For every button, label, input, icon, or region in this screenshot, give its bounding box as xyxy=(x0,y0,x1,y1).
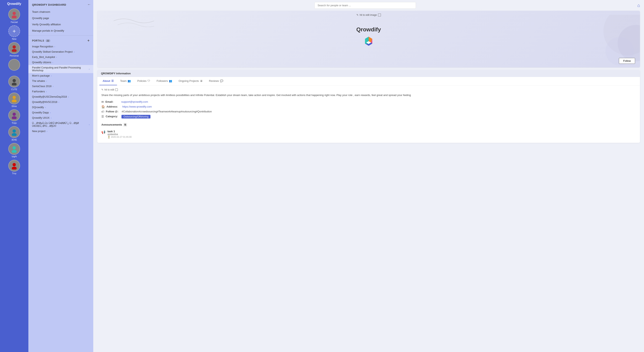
avatar-chrome[interactable] xyxy=(8,59,20,74)
announcement-title: task 1 xyxy=(108,130,132,133)
sidebar: QROWDIFY DASHBOARD ← Team chatroom Qrowd… xyxy=(28,0,93,352)
main-content: ⌂ ✎ hit to edit image Qrowdify xyxy=(93,0,644,352)
edit-hint-checkbox[interactable] xyxy=(116,89,118,91)
tab-ongoing-icon: 🖥 xyxy=(200,79,202,82)
banner-lines xyxy=(114,15,154,27)
sidebar-back-arrow[interactable]: ← xyxy=(87,2,91,7)
app-logo: Qrowdify xyxy=(7,2,21,6)
email-value[interactable]: support@qrowdify.com xyxy=(121,100,148,103)
top-bar: ⌂ xyxy=(93,0,644,11)
tab-reviews-label: Reviews xyxy=(209,79,219,82)
portal-item-nvsc[interactable]: Qrowdify@NVSC2018 ‹ xyxy=(28,99,93,105)
tab-about[interactable]: About ☰ xyxy=(99,77,117,85)
sidebar-menu-verify-affiliation[interactable]: Verify Qrowdify affiliation xyxy=(28,21,93,27)
email-row: ✉ Email: support@qrowdify.com xyxy=(102,100,636,104)
announcement-date: ⏳ 2020-02-27 01:45:00 xyxy=(108,136,132,138)
svg-point-14 xyxy=(12,163,16,166)
tab-policies[interactable]: Policies 🛡 xyxy=(134,77,153,85)
tab-ongoing-projects[interactable]: Ongoing Projects 🖥 xyxy=(176,77,206,85)
avatar-trejo[interactable]: Trejo xyxy=(8,109,20,124)
sidebar-menu-qrowdify-page[interactable]: Qrowdify page xyxy=(28,15,93,21)
category-icon: ☰ xyxy=(102,115,104,118)
sidebar-menu-team-chatroom[interactable]: Team chatroom xyxy=(28,9,93,15)
chevron-icon: ‹ xyxy=(45,106,46,109)
chevron-icon: ‹ xyxy=(50,111,51,114)
chevron-icon: ‹ xyxy=(56,56,57,58)
follow-tags: #Collaboration#crowdsourcing#Teamwork#te… xyxy=(122,110,212,113)
portal-item-moms-package[interactable]: Mom's package ‹ xyxy=(28,73,93,78)
portal-item-fairfunders[interactable]: Fairfunders ‹ xyxy=(28,89,93,94)
portal-item-whales[interactable]: The whales ‹ xyxy=(28,78,93,84)
chevron-icon: ‹ xyxy=(51,117,52,119)
home-icon[interactable]: ⌂ xyxy=(637,3,640,8)
portal-item-santa[interactable]: SantaClaus 2018 ‹ xyxy=(28,84,93,89)
portal-item-skillset[interactable]: Qrowdify Skillset Generation Project ‹ xyxy=(28,49,93,54)
portals-count: 22 xyxy=(46,39,50,42)
announcements-icon: ⎘ xyxy=(123,123,127,127)
portals-header: PORTALS 22 + xyxy=(28,37,93,44)
info-section: QROWDIFY Information About ☰ Team 👥 Poli… xyxy=(97,70,640,143)
avatar-farzad[interactable]: Farzad xyxy=(8,8,20,23)
follow-button[interactable]: Follow xyxy=(619,58,635,64)
avatar-trejo-label: Trejo xyxy=(12,122,17,124)
portal-item-autopilot[interactable]: Early_Bird_Autopilot ‹ xyxy=(28,54,93,60)
chevron-icon: ‹ xyxy=(51,75,52,77)
portal-item-new-project[interactable]: New project ‹ xyxy=(28,129,93,134)
edit-image-hint: ✎ hit to edit image xyxy=(356,13,381,16)
svg-point-8 xyxy=(12,113,16,116)
tab-reviews[interactable]: Reviews 💬 xyxy=(206,77,226,85)
avatar-cute[interactable]: CUTE xyxy=(8,76,20,91)
avatar-3d4e-label: 3D4E xyxy=(11,139,17,141)
portal-item-dapp[interactable]: Qrowdify Dapp ‹ xyxy=(28,110,93,115)
follow-at-label: Follow @: xyxy=(106,110,120,113)
avatar-3d4e[interactable]: 3D4E xyxy=(8,126,20,141)
search-input[interactable] xyxy=(314,2,416,9)
portal-item-parallel-computing[interactable]: Parallel Computing and Parallel Processi… xyxy=(28,65,93,73)
portal-item-usc[interactable]: Qrowdify@USCDemoDay2018 ‹ xyxy=(28,94,93,99)
about-description: Share the missing parts of your ambitiou… xyxy=(102,93,636,97)
portal-item-image-recognition[interactable]: Image Recognition ‹ xyxy=(28,44,93,49)
avatar-elina[interactable]: Elina xyxy=(8,93,20,107)
avatar-add-new[interactable]: + New xyxy=(8,25,20,40)
announcements-section: Announcements ⎘ 📢 task 1 asdasdsa ⏳ 2020… xyxy=(97,123,640,143)
chevron-icon: ‹ xyxy=(58,101,60,103)
avatar-elina-label: Elina xyxy=(12,105,17,107)
avatar-viqpi[interactable]: ViqPi xyxy=(8,143,20,158)
svg-point-9 xyxy=(12,116,17,119)
avatar-personal[interactable]: Personal xyxy=(8,42,20,57)
tab-followers-icon: 👥 xyxy=(169,79,172,82)
tab-team[interactable]: Team 👥 xyxy=(117,77,134,85)
tag-icon: 🏷 xyxy=(102,110,104,113)
svg-point-13 xyxy=(12,150,17,153)
edit-checkbox[interactable] xyxy=(378,13,381,16)
svg-point-2 xyxy=(12,45,16,49)
chevron-icon: ‹ xyxy=(68,96,69,98)
profile-banner: ✎ hit to edit image Qrowdify xyxy=(97,11,640,67)
address-value[interactable]: https://www.qrowdify.com xyxy=(122,105,152,108)
svg-point-10 xyxy=(12,129,16,133)
chevron-icon: ‹ xyxy=(54,45,55,48)
portal-item-citizens[interactable]: Qrowdify citizens ‹ xyxy=(28,60,93,65)
edit-image-label: hit to edit image xyxy=(360,13,377,16)
about-content: ✎ hit to edit Share the missing parts of… xyxy=(97,85,640,123)
portal-item-arabic[interactable]: Ù…Ø²ØµÙ„Ù± ÙŒÛ Ø²Ú¤ØØÙˆ¿ Ù…Ø§Ø Ù€ÛŒÙ„ Ø²… xyxy=(28,121,93,129)
announcement-date-value: 2020-02-27 01:45:00 xyxy=(111,136,132,138)
portals-add-icon[interactable]: + xyxy=(88,38,90,43)
edit-pencil-icon: ✎ xyxy=(356,13,358,16)
portal-item-dqrowdify[interactable]: DQrowdify ‹ xyxy=(28,105,93,110)
avatar-cute-label: CUTE xyxy=(11,88,17,91)
sidebar-menu-manage-portals[interactable]: Manage portals in Qrowdify xyxy=(28,27,93,34)
svg-point-15 xyxy=(12,167,17,170)
svg-point-1 xyxy=(12,15,17,18)
info-section-header: QROWDIFY Information xyxy=(97,70,640,77)
tab-followers[interactable]: Followers 👥 xyxy=(153,77,176,85)
announcement-megaphone-icon: 📢 xyxy=(102,130,106,134)
avatar-troy[interactable]: Troy xyxy=(8,160,20,175)
portal-item-ui-ux[interactable]: Qrowdify UI/UX ‹ xyxy=(28,115,93,121)
icon-bar: Qrowdify Farzad + New Personal CUTE xyxy=(0,0,28,352)
svg-point-0 xyxy=(12,12,16,15)
tab-policies-icon: 🛡 xyxy=(148,79,150,82)
category-badge: Outsourcing/Offshoring xyxy=(122,115,150,119)
tab-followers-label: Followers xyxy=(156,79,168,82)
company-logo xyxy=(360,35,378,54)
